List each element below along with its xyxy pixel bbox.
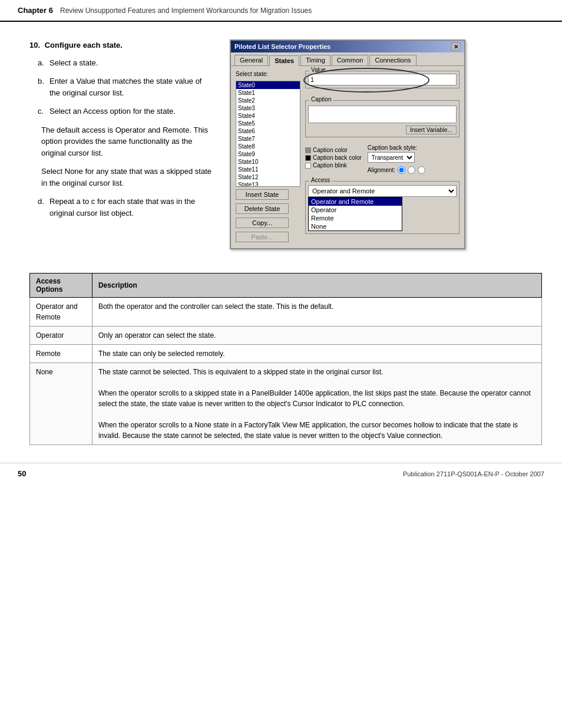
access-option-none: None (30, 363, 92, 445)
state-item-3[interactable]: State3 (236, 104, 300, 112)
page-content: 10. Configure each state. a. Select a st… (0, 22, 562, 261)
value-legend: Value (309, 67, 328, 73)
sub-step-a-text: Select a state. (49, 57, 212, 69)
tab-general[interactable]: General (234, 55, 268, 65)
alignment-row: Alignment: (368, 166, 425, 174)
value-input[interactable] (308, 74, 457, 85)
access-select-row: Operator and Remote Operator Remote None (308, 185, 457, 197)
publication-info: Publication 2711P-QS001A-EN-P - October … (403, 470, 544, 477)
caption-blink-checkbox[interactable] (305, 163, 311, 169)
popup-item-operator-remote[interactable]: Operator and Remote (309, 197, 402, 206)
access-option-remote: Remote (30, 345, 92, 363)
dialog-area: Piloted List Selector Properties ✕ Gener… (230, 39, 544, 249)
step-main-text: Configure each state. (45, 41, 123, 50)
insert-state-button[interactable]: Insert State (236, 189, 289, 200)
paste-button[interactable]: Paste... (236, 232, 289, 242)
table-section: Access Options Description Operator and … (12, 261, 562, 457)
state-item-10[interactable]: State10 (236, 158, 300, 166)
sub-step-b: b. Enter a Value that matches the state … (38, 75, 212, 98)
sub-step-d-label: d. (38, 196, 46, 219)
caption-group: Caption Insert Variable... (305, 100, 459, 137)
copy-button[interactable]: Copy... (236, 218, 289, 228)
chapter-label: Chapter 6 (18, 6, 53, 15)
popup-item-none[interactable]: None (309, 222, 402, 230)
state-item-12[interactable]: State12 (236, 173, 300, 181)
win-title-bar: Piloted List Selector Properties ✕ (231, 41, 464, 52)
align-left-input[interactable] (398, 166, 405, 174)
access-table: Access Options Description Operator and … (29, 273, 542, 445)
access-popup-list: Operator and Remote Operator Remote None (308, 197, 402, 231)
close-button[interactable]: ✕ (451, 42, 461, 51)
none-desc-1: The state cannot be selected. This is eq… (98, 367, 535, 377)
caption-style-dropdown-row: Transparent (368, 152, 425, 163)
access-legend: Access (309, 177, 332, 183)
options-row: Caption color Caption back color Caption… (305, 144, 459, 174)
tab-common[interactable]: Common (332, 55, 369, 65)
access-area: Access Operator and Remote Operator Remo… (305, 181, 459, 234)
state-list[interactable]: State0 State1 State2 State3 State4 State… (236, 81, 300, 187)
win-left-panel: Select state: State0 State1 State2 State… (236, 71, 300, 243)
table-row: Operator Only an operator can select the… (30, 327, 542, 345)
select-state-label: Select state: (236, 71, 300, 77)
caption-legend: Caption (309, 96, 333, 103)
align-left-radio (398, 166, 405, 174)
access-option-operator: Operator (30, 327, 92, 345)
none-desc-3: When the operator scrolls to a None stat… (98, 420, 535, 441)
state-item-2[interactable]: State2 (236, 97, 300, 104)
popup-item-operator[interactable]: Operator (309, 206, 402, 214)
sub-step-b-label: b. (38, 75, 46, 98)
state-item-6[interactable]: State6 (236, 127, 300, 135)
sub-steps-list: a. Select a state. b. Enter a Value that… (29, 57, 212, 117)
delete-state-button[interactable]: Delete State (236, 203, 289, 214)
caption-color-row: Caption color (305, 147, 362, 153)
state-item-7[interactable]: State7 (236, 135, 300, 143)
caption-back-color-row: Caption back color (305, 154, 362, 161)
caption-back-color-checkbox[interactable] (305, 155, 311, 161)
page-number: 50 (18, 469, 26, 478)
state-item-11[interactable]: State11 (236, 166, 300, 173)
access-desc-operator: Only an operator can select the state. (92, 327, 541, 345)
tab-timing[interactable]: Timing (300, 55, 330, 65)
page-header: Chapter 6 Review Unsupported Features an… (0, 0, 562, 22)
sub-step-a-label: a. (38, 57, 46, 69)
none-desc-2: When the operator scrolls to a skipped s… (98, 388, 535, 409)
sub-step-c-text: Select an Access option for the state. (49, 106, 212, 117)
state-item-5[interactable]: State5 (236, 120, 300, 127)
caption-back-color-label: Caption back color (313, 154, 362, 161)
state-item-4[interactable]: State4 (236, 112, 300, 120)
note-1: The default access is Operator and Remot… (29, 124, 212, 159)
access-select[interactable]: Operator and Remote Operator Remote None (308, 185, 457, 197)
sub-step-d: d. Repeat a to c for each state that was… (29, 196, 212, 219)
checkboxes-area: Caption color Caption back color Caption… (305, 147, 362, 174)
insert-variable-button[interactable]: Insert Variable... (406, 126, 457, 134)
tab-connections[interactable]: Connections (369, 55, 416, 65)
state-item-1[interactable]: State1 (236, 89, 300, 97)
caption-back-style-group: Caption back style: Transparent Alignmen… (368, 144, 425, 174)
table-row: Operator and Remote Both the operator an… (30, 298, 542, 327)
access-option-operator-remote: Operator and Remote (30, 298, 92, 327)
caption-color-checkbox[interactable] (305, 147, 311, 153)
align-center-input[interactable] (408, 166, 415, 174)
state-item-8[interactable]: State8 (236, 143, 300, 150)
align-center-radio (408, 166, 415, 174)
state-item-0[interactable]: State0 (236, 81, 300, 89)
access-popup: Operator and Remote Operator Remote None (308, 197, 457, 231)
table-row: Remote The state can only be selected re… (30, 345, 542, 363)
dialog-title: Piloted List Selector Properties (234, 43, 330, 50)
header-subtitle: Review Unsupported Features and Implemen… (60, 6, 312, 15)
popup-item-remote[interactable]: Remote (309, 214, 402, 222)
table-row: None The state cannot be selected. This … (30, 363, 542, 445)
tab-states[interactable]: States (269, 55, 299, 66)
alignment-label: Alignment: (368, 167, 395, 173)
state-item-13[interactable]: State13 (236, 181, 300, 187)
value-section: Value (305, 71, 459, 88)
caption-blink-row: Caption blink (305, 162, 362, 169)
sub-step-d-text: Repeat a to c for each state that was in… (49, 196, 212, 219)
sub-step-b-text: Enter a Value that matches the state val… (49, 75, 212, 98)
align-right-input[interactable] (418, 166, 425, 174)
caption-style-select[interactable]: Transparent (368, 152, 415, 163)
access-desc-operator-remote: Both the operator and the controller can… (92, 298, 541, 327)
state-item-9[interactable]: State9 (236, 150, 300, 158)
align-right-radio (418, 166, 425, 174)
caption-input[interactable] (308, 106, 457, 123)
